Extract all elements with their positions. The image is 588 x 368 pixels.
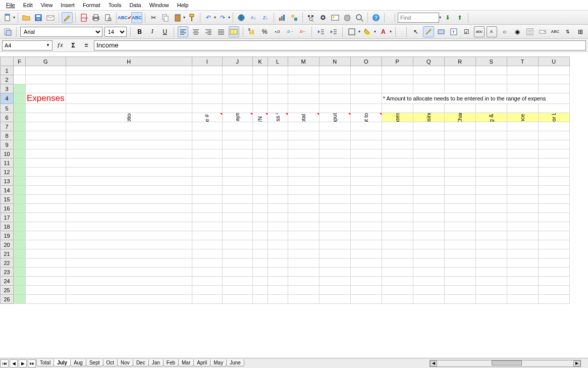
fontcolor-icon[interactable]: A (378, 26, 389, 37)
copy-icon[interactable] (160, 12, 171, 23)
menu-window[interactable]: Window (145, 1, 173, 9)
menu-view[interactable]: View (37, 1, 57, 9)
chart-icon[interactable] (277, 12, 288, 23)
select-arrow-icon[interactable]: ↖ (410, 26, 421, 37)
svg-rect-38 (6, 30, 11, 35)
svg-rect-15 (164, 16, 168, 21)
formula-input[interactable] (94, 40, 586, 50)
currency-icon[interactable]: $ (247, 26, 257, 37)
list-control-icon[interactable] (524, 26, 535, 37)
disc-icon[interactable]: ◉ (512, 26, 522, 37)
cut-icon[interactable]: ✂ (148, 12, 159, 23)
preview-icon[interactable] (102, 12, 114, 23)
svg-line-34 (361, 19, 363, 21)
datasource-icon[interactable] (342, 12, 353, 23)
circle-icon[interactable]: ○ (499, 26, 510, 37)
svg-rect-19 (191, 17, 192, 21)
help-icon[interactable]: ? (370, 12, 382, 23)
remove-decimal-icon[interactable]: .0← (297, 26, 308, 37)
find-prev-icon[interactable]: ⬆ (454, 12, 465, 23)
svg-rect-17 (176, 14, 179, 16)
align-right-icon[interactable] (203, 26, 213, 37)
bold-button[interactable]: B (134, 26, 145, 37)
svg-rect-23 (283, 15, 285, 21)
print-icon[interactable] (90, 12, 101, 23)
styles-icon[interactable] (2, 26, 13, 37)
line-icon[interactable] (423, 26, 434, 37)
svg-rect-27 (311, 15, 313, 17)
svg-rect-66 (349, 29, 355, 35)
redo-icon[interactable]: ↷ (217, 12, 228, 23)
sort-desc-icon[interactable]: Z↓ (260, 12, 271, 23)
svg-text:?: ? (375, 15, 378, 21)
svg-point-33 (356, 15, 361, 20)
navigator-icon[interactable]: ✪ (317, 12, 329, 23)
equals-icon[interactable]: = (81, 40, 92, 51)
chevron-down-icon[interactable]: ▼ (46, 43, 50, 47)
bgcolor-icon[interactable] (362, 26, 373, 37)
svg-text:$: $ (248, 28, 250, 31)
textbox-icon[interactable]: abc (474, 26, 485, 37)
font-name-select[interactable]: Arial (20, 27, 102, 37)
menu-edit[interactable]: Edit (19, 1, 37, 9)
svg-rect-9 (94, 15, 98, 17)
zoom-icon[interactable] (354, 12, 365, 23)
more-controls-icon[interactable]: ⊞ (575, 26, 586, 37)
name-box[interactable]: A4 ▼ (2, 40, 52, 50)
numberbox-icon[interactable]: #. (487, 26, 497, 37)
gallery-icon[interactable] (330, 12, 341, 23)
paste-icon[interactable] (172, 12, 183, 23)
svg-rect-30 (332, 15, 339, 20)
underline-button[interactable]: U (159, 26, 170, 37)
save-icon[interactable] (33, 12, 44, 23)
find-next-icon[interactable]: ⬇ (442, 12, 453, 23)
fx-icon[interactable]: ƒx (55, 40, 66, 51)
menu-help[interactable]: Help (173, 1, 193, 9)
rect-icon[interactable] (436, 26, 447, 37)
find-icon[interactable] (305, 12, 316, 23)
svg-rect-26 (308, 15, 310, 17)
show-draw-icon[interactable] (289, 12, 300, 23)
spin-control-icon[interactable]: ⇅ (563, 26, 573, 37)
format-paint-icon[interactable] (186, 12, 197, 23)
menu-file[interactable]: File (2, 1, 19, 9)
spellcheck-icon[interactable]: ABC✔ (119, 12, 130, 23)
text-frame-icon[interactable]: T (449, 26, 459, 37)
autocheck-icon[interactable]: ABC (131, 12, 142, 23)
increase-indent-icon[interactable] (328, 26, 339, 37)
hyperlink-icon[interactable] (236, 12, 247, 23)
align-justify-icon[interactable] (216, 26, 227, 37)
menu-tools[interactable]: Tools (104, 1, 126, 9)
decrease-indent-icon[interactable] (315, 26, 326, 37)
font-size-select[interactable]: 14 (104, 27, 127, 37)
svg-text:PDF: PDF (82, 17, 88, 20)
number-format-icon[interactable]: •,0 (272, 26, 283, 37)
svg-rect-3 (36, 15, 40, 17)
label-control-icon[interactable]: ABC (550, 26, 561, 37)
menu-data[interactable]: Data (125, 1, 145, 9)
borders-icon[interactable] (346, 26, 357, 37)
formula-bar: A4 ▼ ƒx Σ = (0, 39, 588, 52)
svg-point-24 (291, 15, 294, 18)
align-center-icon[interactable] (190, 26, 201, 37)
add-decimal-icon[interactable]: .0→ (285, 26, 295, 37)
menu-format[interactable]: Format (79, 1, 104, 9)
merge-cells-icon[interactable] (229, 26, 239, 37)
new-doc-icon[interactable] (2, 12, 13, 23)
open-icon[interactable] (21, 12, 32, 23)
align-left-icon[interactable] (178, 26, 188, 37)
sum-icon[interactable]: Σ (68, 40, 79, 51)
find-input[interactable] (398, 13, 439, 23)
checkbox-icon[interactable]: ☑ (461, 26, 472, 37)
italic-button[interactable]: I (147, 26, 157, 37)
combo-control-icon[interactable] (537, 26, 548, 37)
svg-rect-18 (190, 14, 194, 17)
percent-icon[interactable]: % (259, 26, 270, 37)
pdf-icon[interactable]: PDF (78, 12, 89, 23)
edit-mode-icon[interactable] (62, 12, 73, 23)
undo-icon[interactable]: ↶ (203, 12, 214, 23)
svg-rect-69 (438, 30, 444, 34)
email-icon[interactable] (45, 12, 56, 23)
menu-insert[interactable]: Insert (57, 1, 79, 9)
sort-asc-icon[interactable]: A↓ (248, 12, 259, 23)
